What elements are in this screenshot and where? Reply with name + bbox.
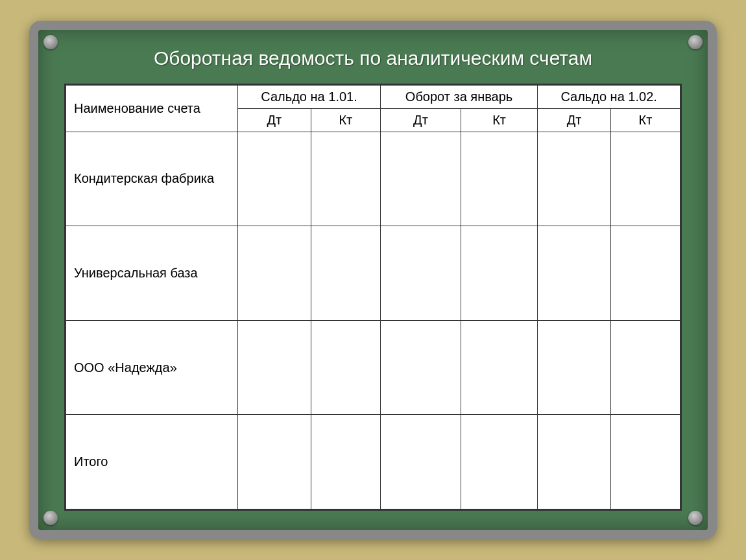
- cell-2-5: [610, 320, 680, 415]
- cell-1-1: [311, 226, 380, 321]
- main-table: Наименование счета Сальдо на 1.01. Оборо…: [66, 85, 680, 510]
- table-row: Итого: [66, 415, 680, 509]
- cell-0-1: [311, 132, 380, 226]
- table-row: Кондитерская фабрика: [66, 132, 680, 226]
- cell-2-0: [238, 320, 311, 415]
- sub-kt-3: Кт: [610, 108, 680, 132]
- cell-3-4: [538, 415, 611, 509]
- cell-2-4: [538, 320, 611, 415]
- page-title: Оборотная ведомость по аналитическим сче…: [154, 45, 592, 72]
- cell-0-2: [380, 132, 461, 226]
- cell-1-5: [610, 226, 680, 321]
- bolt-bottom-right: [688, 511, 703, 525]
- cell-3-3: [461, 415, 538, 509]
- cell-0-0: [238, 132, 311, 226]
- cell-1-0: [238, 226, 311, 321]
- sub-dt-2: Дт: [380, 108, 461, 132]
- table-container: Наименование счета Сальдо на 1.01. Оборо…: [64, 84, 682, 511]
- whiteboard: Оборотная ведомость по аналитическим сче…: [29, 21, 717, 539]
- sub-kt-2: Кт: [461, 108, 538, 132]
- col-header-oborot: Оборот за январь: [380, 85, 537, 108]
- row-name-3: Итого: [66, 415, 238, 509]
- sub-dt-3: Дт: [538, 108, 611, 132]
- cell-2-1: [311, 320, 380, 415]
- cell-2-2: [380, 320, 461, 415]
- row-name-1: Универсальная база: [66, 226, 238, 321]
- cell-0-5: [610, 132, 680, 226]
- row-name-0: Кондитерская фабрика: [66, 132, 238, 226]
- cell-3-2: [380, 415, 461, 509]
- cell-0-3: [461, 132, 538, 226]
- cell-1-4: [538, 226, 611, 321]
- cell-3-5: [610, 415, 680, 509]
- cell-3-0: [238, 415, 311, 509]
- row-name-2: ООО «Надежда»: [66, 320, 238, 415]
- col-header-saldo1: Сальдо на 1.01.: [238, 85, 381, 108]
- col-header-saldo2: Сальдо на 1.02.: [538, 85, 680, 108]
- cell-1-2: [380, 226, 461, 321]
- table-row: Универсальная база: [66, 226, 680, 321]
- cell-1-3: [461, 226, 538, 321]
- table-row: ООО «Надежда»: [66, 320, 680, 415]
- cell-0-4: [538, 132, 611, 226]
- col-header-name: Наименование счета: [66, 85, 238, 132]
- cell-2-3: [461, 320, 538, 415]
- sub-dt-1: Дт: [238, 108, 311, 132]
- bolt-bottom-left: [43, 511, 58, 525]
- sub-kt-1: Кт: [311, 108, 380, 132]
- cell-3-1: [311, 415, 380, 509]
